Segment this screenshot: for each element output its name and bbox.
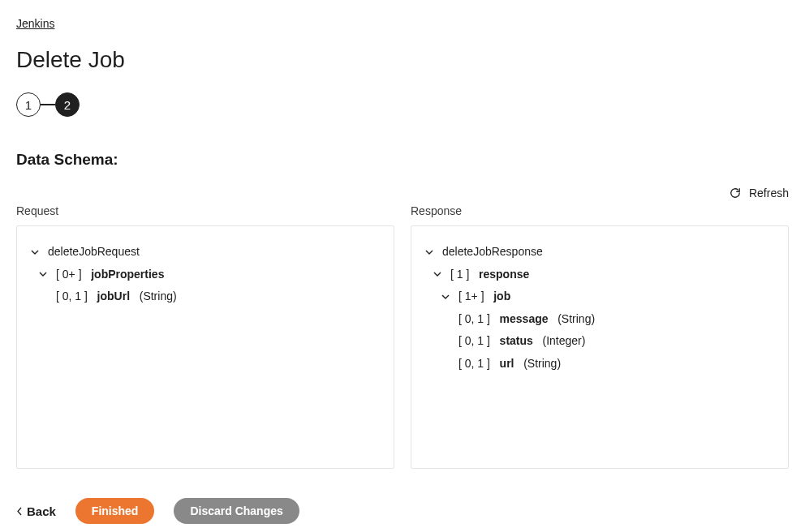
- breadcrumb-jenkins-link[interactable]: Jenkins: [16, 17, 54, 30]
- finished-button[interactable]: Finished: [75, 498, 155, 524]
- tree-node-text: [ 0, 1 ] jobUrl (String): [56, 289, 177, 305]
- chevron-down-icon[interactable]: [439, 290, 452, 303]
- request-joburl-row[interactable]: [ 0, 1 ] jobUrl (String): [37, 285, 382, 308]
- response-panel-header: Response: [411, 204, 789, 217]
- back-button[interactable]: Back: [16, 504, 56, 518]
- request-panel-header: Request: [16, 204, 394, 217]
- tree-node-text: [ 1+ ] job: [458, 289, 510, 305]
- tree-node-text: [ 1 ] response: [450, 267, 529, 283]
- stepper-line: [41, 104, 55, 105]
- response-root-label: deleteJobResponse: [442, 244, 543, 260]
- step-2[interactable]: 2: [55, 92, 80, 117]
- request-panel: Request deleteJobRequest [ 0+ ] jobPrope…: [16, 204, 394, 469]
- response-panel: Response deleteJobResponse [ 1 ] respons…: [411, 204, 789, 469]
- chevron-down-icon[interactable]: [431, 268, 444, 281]
- footer: Back Finished Discard Changes: [16, 498, 789, 524]
- chevron-down-icon[interactable]: [28, 246, 41, 259]
- response-status-row[interactable]: [ 0, 1 ] status (Integer): [439, 330, 777, 353]
- request-jobproperties-row[interactable]: [ 0+ ] jobProperties: [37, 264, 382, 286]
- response-response-row[interactable]: [ 1 ] response: [431, 264, 777, 286]
- section-title: Data Schema:: [16, 151, 789, 169]
- back-label: Back: [27, 504, 56, 518]
- response-url-row[interactable]: [ 0, 1 ] url (String): [439, 353, 777, 375]
- response-message-row[interactable]: [ 0, 1 ] message (String): [439, 308, 777, 331]
- chevron-down-icon[interactable]: [37, 268, 50, 281]
- refresh-button[interactable]: Refresh: [730, 187, 789, 200]
- request-root-label: deleteJobRequest: [48, 244, 140, 260]
- step-1[interactable]: 1: [16, 92, 41, 117]
- refresh-label: Refresh: [749, 187, 789, 200]
- refresh-icon: [730, 187, 741, 199]
- breadcrumb: Jenkins: [16, 16, 789, 31]
- tree-node-text: [ 0, 1 ] url (String): [458, 356, 561, 372]
- response-root-row[interactable]: deleteJobResponse: [423, 241, 777, 264]
- chevron-left-icon: [16, 504, 22, 518]
- page-title: Delete Job: [16, 47, 789, 73]
- response-schema-box: deleteJobResponse [ 1 ] response [ 1+ ]: [411, 225, 789, 469]
- chevron-down-icon[interactable]: [423, 246, 436, 259]
- discard-changes-button[interactable]: Discard Changes: [174, 498, 299, 524]
- tree-node-text: [ 0+ ] jobProperties: [56, 267, 164, 283]
- tree-node-text: [ 0, 1 ] status (Integer): [458, 333, 585, 350]
- tree-node-text: [ 0, 1 ] message (String): [458, 311, 595, 328]
- response-job-row[interactable]: [ 1+ ] job: [439, 285, 777, 308]
- request-schema-box: deleteJobRequest [ 0+ ] jobProperties [ …: [16, 225, 394, 469]
- request-root-row[interactable]: deleteJobRequest: [28, 241, 382, 264]
- stepper: 1 2: [16, 92, 789, 117]
